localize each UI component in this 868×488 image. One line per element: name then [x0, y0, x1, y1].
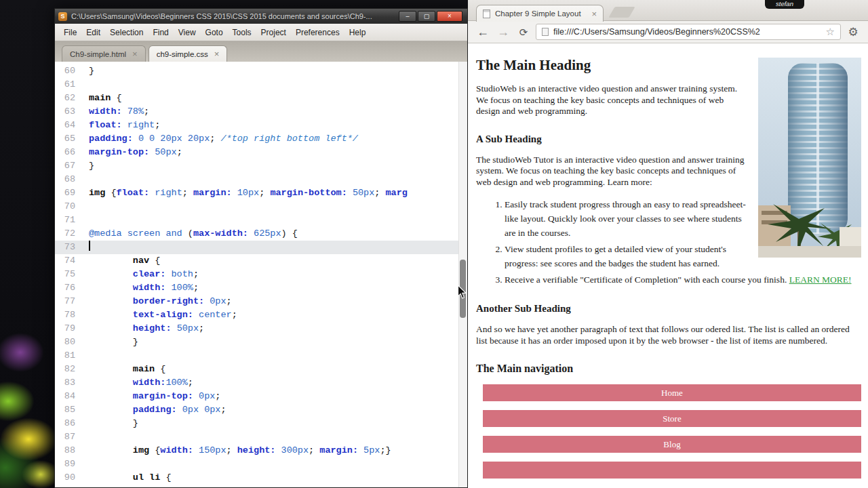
code-line[interactable]: 73 — [55, 241, 467, 254]
menu-selection[interactable]: Selection — [105, 26, 148, 39]
line-text: margin-top: 50px; — [89, 146, 182, 159]
line-number: 66 — [55, 146, 89, 159]
editor-tab[interactable]: Ch9-simple.html× — [62, 45, 146, 62]
line-number: 68 — [55, 173, 89, 186]
line-text: width: 100%; — [89, 281, 199, 295]
code-line[interactable]: 86 } — [55, 417, 467, 430]
code-line[interactable]: 69img {float: right; margin: 10px; margi… — [55, 186, 467, 200]
line-text: clear: both; — [89, 268, 199, 281]
menu-tools[interactable]: Tools — [228, 26, 256, 39]
url-text[interactable]: file:///C:/Users/Samsung/Videos/Beginner… — [553, 27, 821, 37]
code-line[interactable]: 84 margin-top: 0px; — [55, 390, 467, 403]
code-line[interactable]: 76 width: 100%; — [55, 281, 467, 295]
code-line[interactable]: 87 — [55, 430, 467, 444]
code-line[interactable]: 79 height: 50px; — [55, 322, 467, 336]
refresh-button[interactable]: ⟳ — [515, 27, 532, 37]
sublime-app-icon: S — [58, 12, 67, 21]
code-line[interactable]: 77 border-right: 0px; — [55, 295, 467, 308]
line-text: main { — [89, 363, 165, 376]
address-bar[interactable]: file:///C:/Users/Samsung/Videos/Beginner… — [536, 24, 841, 40]
menu-view[interactable]: View — [174, 26, 201, 39]
menu-file[interactable]: File — [59, 26, 81, 39]
code-editor[interactable]: 60}6162main {63width: 78%;64float: right… — [55, 62, 467, 487]
editor-window: S C:\Users\Samsung\Videos\Beginners CSS … — [54, 8, 468, 488]
code-line[interactable]: 60} — [55, 64, 467, 78]
line-text: img {width: 150px; height: 300px; margin… — [89, 444, 391, 458]
bookmark-star-icon[interactable]: ☆ — [826, 26, 835, 38]
new-tab-button[interactable] — [608, 7, 635, 18]
close-button[interactable]: × — [437, 11, 462, 22]
code-line[interactable]: 78 text-align: center; — [55, 308, 467, 322]
editor-titlebar[interactable]: S C:\Users\Samsung\Videos\Beginners CSS … — [55, 9, 467, 24]
nav-button-store[interactable]: Store — [483, 410, 861, 427]
line-number: 87 — [55, 430, 89, 444]
code-line[interactable]: 67} — [55, 159, 467, 173]
code-line[interactable]: 89 — [55, 458, 467, 471]
code-line[interactable]: 71 — [55, 214, 467, 227]
code-line[interactable]: 62main { — [55, 92, 467, 105]
code-line[interactable]: 88 img {width: 150px; height: 300px; mar… — [55, 444, 467, 458]
menu-help[interactable]: Help — [344, 26, 371, 39]
line-text: @media screen and (max-width: 625px) { — [89, 227, 298, 241]
line-number: 84 — [55, 390, 89, 403]
editor-scrollbar[interactable] — [458, 62, 467, 487]
back-button[interactable]: ← — [475, 26, 491, 38]
minimize-button[interactable]: – — [399, 11, 416, 22]
code-line[interactable]: 85 padding: 0px 0px; — [55, 403, 467, 417]
tab-close-icon[interactable]: × — [591, 9, 597, 19]
tab-close-icon[interactable]: × — [214, 49, 220, 59]
code-line[interactable]: 74 nav { — [55, 254, 467, 268]
maximize-button[interactable]: ▢ — [418, 11, 435, 22]
menu-edit[interactable]: Edit — [81, 26, 105, 39]
nav-button-partial[interactable] — [483, 462, 861, 479]
code-line[interactable]: 80 } — [55, 336, 467, 349]
code-line[interactable]: 75 clear: both; — [55, 268, 467, 281]
line-number: 79 — [55, 322, 89, 336]
code-line[interactable]: 65padding: 0 0 20px 20px; /*top right bo… — [55, 132, 467, 146]
browser-tab[interactable]: Chapter 9 Simple Layout × — [476, 5, 604, 22]
settings-menu-icon[interactable]: ⚙ — [845, 25, 861, 39]
browser-toolbar: ← → ⟳ file:///C:/Users/Samsung/Videos/Be… — [468, 21, 868, 43]
line-number: 69 — [55, 186, 89, 200]
code-line[interactable]: 66margin-top: 50px; — [55, 146, 467, 159]
code-line[interactable]: 82 main { — [55, 363, 467, 376]
line-number: 78 — [55, 308, 89, 322]
code-line[interactable]: 63width: 78%; — [55, 105, 467, 119]
favicon — [483, 9, 490, 18]
editor-tab[interactable]: ch9-simple.css× — [149, 45, 228, 62]
code-line[interactable]: 64float: right; — [55, 119, 467, 132]
forward-button[interactable]: → — [495, 26, 511, 38]
line-text: text-align: center; — [89, 308, 237, 322]
line-text: img {float: right; margin: 10px; margin-… — [89, 186, 408, 200]
building-photo — [758, 58, 861, 258]
line-number: 85 — [55, 403, 89, 417]
line-number: 75 — [55, 268, 89, 281]
line-text: float: right; — [89, 119, 160, 132]
menu-preferences[interactable]: Preferences — [291, 26, 344, 39]
line-text: width:100%; — [89, 376, 193, 390]
line-number: 89 — [55, 458, 89, 471]
line-number: 62 — [55, 92, 89, 105]
code-line[interactable]: 83 width:100%; — [55, 376, 467, 390]
code-line[interactable]: 70 — [55, 200, 467, 214]
tab-close-icon[interactable]: × — [132, 49, 138, 59]
line-number: 64 — [55, 119, 89, 132]
code-line[interactable]: 68 — [55, 173, 467, 186]
line-number: 80 — [55, 336, 89, 349]
menu-goto[interactable]: Goto — [201, 26, 228, 39]
code-line[interactable]: 81 — [55, 349, 467, 363]
code-line[interactable]: 72@media screen and (max-width: 625px) { — [55, 227, 467, 241]
code-line[interactable]: 90 ul li { — [55, 471, 467, 485]
line-number: 88 — [55, 444, 89, 458]
line-text — [89, 241, 90, 254]
menu-find[interactable]: Find — [148, 26, 173, 39]
menu-project[interactable]: Project — [256, 26, 291, 39]
page-icon — [542, 28, 549, 36]
ordered-list-paragraph: And so we have yet another paragraph of … — [476, 324, 861, 346]
nav-button-blog[interactable]: Blog — [483, 436, 861, 453]
line-text: border-right: 0px; — [89, 295, 232, 308]
code-line[interactable]: 61 — [55, 78, 467, 92]
learn-more-link[interactable]: LEARN MORE! — [789, 274, 852, 285]
nav-button-home[interactable]: Home — [483, 384, 861, 401]
line-number: 60 — [55, 64, 89, 78]
